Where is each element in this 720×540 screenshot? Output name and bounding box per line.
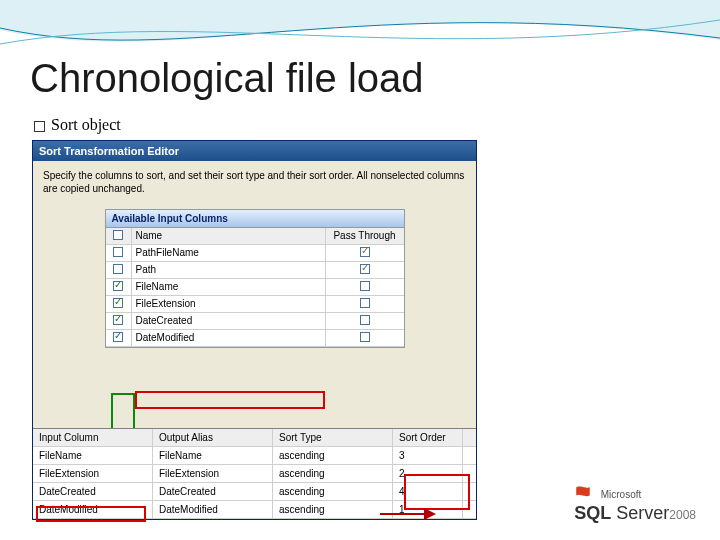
highlight-filename-row — [135, 391, 325, 409]
cell-input[interactable]: DateCreated — [33, 483, 153, 500]
cell-input[interactable]: FileExtension — [33, 465, 153, 482]
sql-server-flag-icon — [574, 485, 592, 503]
passthrough-checkbox[interactable] — [360, 315, 370, 325]
logo-vendor: Microsoft — [601, 489, 642, 500]
sql-server-logo: Microsoft SQL Server2008 — [574, 484, 696, 524]
column-row: Path — [106, 262, 404, 279]
grid-h-order: Sort Order — [393, 429, 463, 446]
row-name[interactable]: DateModified — [132, 330, 326, 346]
column-row: DateCreated — [106, 313, 404, 330]
col-header-passthrough: Pass Through — [326, 228, 404, 244]
passthrough-checkbox[interactable] — [360, 298, 370, 308]
available-columns-header: Available Input Columns — [106, 210, 404, 228]
row-name[interactable]: FileName — [132, 279, 326, 295]
cell-alias[interactable]: FileExtension — [153, 465, 273, 482]
available-columns-panel: Available Input Columns Name Pass Throug… — [105, 209, 405, 348]
column-row: PathFileName — [106, 245, 404, 262]
passthrough-checkbox[interactable] — [360, 332, 370, 342]
logo-product-a: SQL — [574, 503, 611, 523]
grid-header-row: Input Column Output Alias Sort Type Sort… — [33, 429, 476, 447]
row-checkbox[interactable] — [113, 281, 123, 291]
bullet-sort-object: Sort object — [34, 116, 121, 134]
column-row: FileExtension — [106, 296, 404, 313]
row-name[interactable]: DateCreated — [132, 313, 326, 329]
cell-type[interactable]: ascending — [273, 447, 393, 464]
slide-title: Chronological file load — [30, 56, 424, 101]
cell-order[interactable]: 4 — [393, 483, 463, 500]
row-name[interactable]: PathFileName — [132, 245, 326, 261]
cell-order[interactable]: 3 — [393, 447, 463, 464]
cell-alias[interactable]: FileName — [153, 447, 273, 464]
row-checkbox[interactable] — [113, 315, 123, 325]
passthrough-checkbox[interactable] — [360, 281, 370, 291]
grid-row[interactable]: FileExtensionFileExtensionascending2 — [33, 465, 476, 483]
window-titlebar[interactable]: Sort Transformation Editor — [33, 141, 476, 161]
window-title-text: Sort Transformation Editor — [39, 145, 179, 157]
row-checkbox[interactable] — [113, 264, 123, 274]
grid-row[interactable]: DateModifiedDateModifiedascending1 — [33, 501, 476, 519]
col-header-name: Name — [132, 228, 326, 244]
bullet-box-icon — [34, 121, 45, 132]
cell-type[interactable]: ascending — [273, 483, 393, 500]
passthrough-checkbox[interactable] — [360, 247, 370, 257]
cell-type[interactable]: ascending — [273, 501, 393, 518]
select-all-checkbox[interactable] — [113, 230, 123, 240]
grid-h-type: Sort Type — [273, 429, 393, 446]
row-name[interactable]: Path — [132, 262, 326, 278]
logo-product-b: Server — [616, 503, 669, 523]
columns-header-row: Name Pass Through — [106, 228, 404, 245]
logo-year: 2008 — [669, 508, 696, 522]
row-checkbox[interactable] — [113, 247, 123, 257]
column-row: DateModified — [106, 330, 404, 347]
cell-order[interactable]: 2 — [393, 465, 463, 482]
cell-alias[interactable]: DateModified — [153, 501, 273, 518]
cell-order[interactable]: 1 — [393, 501, 463, 518]
grid-row[interactable]: DateCreatedDateCreatedascending4 — [33, 483, 476, 501]
grid-h-alias: Output Alias — [153, 429, 273, 446]
row-name[interactable]: FileExtension — [132, 296, 326, 312]
sort-editor-window: Sort Transformation Editor Specify the c… — [32, 140, 477, 520]
grid-row[interactable]: FileNameFileNameascending3 — [33, 447, 476, 465]
sort-grid: Input Column Output Alias Sort Type Sort… — [33, 428, 476, 519]
cell-input[interactable]: FileName — [33, 447, 153, 464]
grid-h-input: Input Column — [33, 429, 153, 446]
cell-type[interactable]: ascending — [273, 465, 393, 482]
passthrough-checkbox[interactable] — [360, 264, 370, 274]
column-row: FileName — [106, 279, 404, 296]
row-checkbox[interactable] — [113, 298, 123, 308]
cell-alias[interactable]: DateCreated — [153, 483, 273, 500]
cell-input[interactable]: DateModified — [33, 501, 153, 518]
row-checkbox[interactable] — [113, 332, 123, 342]
bullet-text: Sort object — [51, 116, 121, 133]
editor-description: Specify the columns to sort, and set the… — [33, 161, 476, 203]
